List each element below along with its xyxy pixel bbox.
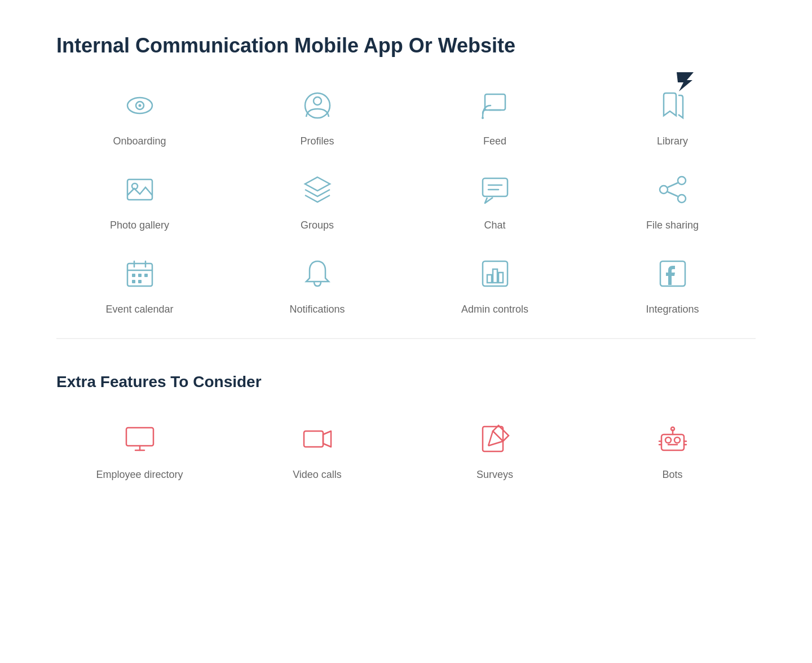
primary-features-grid: Onboarding Profiles Feed Library Photo g… bbox=[56, 86, 756, 315]
feature-label-notifications: Notifications bbox=[289, 304, 345, 315]
edit-icon bbox=[475, 419, 515, 459]
svg-point-40 bbox=[674, 437, 680, 443]
feature-label-chat: Chat bbox=[484, 219, 505, 231]
feature-label-file-sharing: File sharing bbox=[646, 219, 699, 231]
feature-item-groups: Groups bbox=[234, 170, 400, 231]
svg-rect-23 bbox=[144, 274, 148, 277]
section2-title: Extra Features To Consider bbox=[56, 373, 756, 391]
svg-point-4 bbox=[314, 97, 321, 105]
share-icon bbox=[653, 170, 692, 209]
svg-line-36 bbox=[488, 431, 493, 446]
feature-label-surveys: Surveys bbox=[476, 469, 513, 481]
chat-icon bbox=[475, 170, 515, 209]
brand-logo bbox=[671, 68, 699, 98]
svg-rect-29 bbox=[498, 273, 503, 283]
video-icon bbox=[298, 419, 337, 459]
feature-item-onboarding: Onboarding bbox=[56, 86, 223, 147]
facebook-icon bbox=[653, 254, 692, 293]
feature-item-integrations: Integrations bbox=[589, 254, 756, 315]
svg-rect-27 bbox=[487, 275, 492, 283]
bell-icon bbox=[298, 254, 337, 293]
bar-chart-icon bbox=[475, 254, 515, 293]
svg-point-14 bbox=[678, 195, 686, 203]
image-icon bbox=[120, 170, 160, 209]
svg-point-6 bbox=[482, 117, 484, 119]
svg-rect-34 bbox=[304, 431, 323, 447]
feature-label-groups: Groups bbox=[301, 219, 334, 231]
svg-line-37 bbox=[488, 441, 503, 446]
svg-rect-9 bbox=[483, 178, 508, 196]
svg-point-2 bbox=[138, 104, 141, 107]
feature-item-feed: Feed bbox=[412, 86, 578, 147]
feature-label-feed: Feed bbox=[483, 135, 506, 147]
svg-rect-28 bbox=[493, 269, 497, 283]
layers-icon bbox=[298, 170, 337, 209]
svg-point-13 bbox=[660, 186, 668, 194]
svg-rect-5 bbox=[485, 94, 505, 110]
svg-line-16 bbox=[668, 192, 678, 196]
svg-rect-38 bbox=[661, 434, 684, 450]
feature-item-file-sharing: File sharing bbox=[589, 170, 756, 231]
monitor-icon bbox=[120, 419, 160, 459]
svg-rect-25 bbox=[138, 280, 142, 283]
page-title: Internal Communication Mobile App Or Web… bbox=[56, 34, 756, 58]
svg-rect-31 bbox=[126, 428, 153, 446]
svg-point-12 bbox=[678, 177, 686, 185]
svg-rect-7 bbox=[127, 179, 152, 200]
feature-item-photo-gallery: Photo gallery bbox=[56, 170, 223, 231]
feature-label-library: Library bbox=[657, 135, 688, 147]
feature-item-admin-controls: Admin controls bbox=[412, 254, 578, 315]
svg-rect-22 bbox=[138, 274, 142, 277]
feature-label-bots: Bots bbox=[662, 469, 682, 481]
eye-icon bbox=[120, 86, 160, 125]
feature-label-employee-directory: Employee directory bbox=[96, 469, 183, 481]
calendar-icon bbox=[120, 254, 160, 293]
feature-item-video-calls: Video calls bbox=[234, 419, 400, 481]
svg-point-43 bbox=[671, 427, 674, 431]
feature-label-profiles: Profiles bbox=[300, 135, 334, 147]
feature-item-chat: Chat bbox=[412, 170, 578, 231]
extra-features-grid: Employee directory Video calls Surveys B… bbox=[56, 419, 756, 481]
feature-label-onboarding: Onboarding bbox=[113, 135, 166, 147]
feature-item-event-calendar: Event calendar bbox=[56, 254, 223, 315]
feature-label-video-calls: Video calls bbox=[293, 469, 342, 481]
feature-label-event-calendar: Event calendar bbox=[105, 304, 173, 315]
feature-label-photo-gallery: Photo gallery bbox=[110, 219, 169, 231]
svg-point-39 bbox=[665, 437, 671, 443]
feature-item-employee-directory: Employee directory bbox=[56, 419, 223, 481]
person-circle-icon bbox=[298, 86, 337, 125]
svg-line-15 bbox=[668, 183, 678, 187]
bot-icon bbox=[653, 419, 692, 459]
feature-item-notifications: Notifications bbox=[234, 254, 400, 315]
section-divider bbox=[56, 338, 756, 339]
svg-rect-21 bbox=[132, 274, 135, 277]
feature-label-admin-controls: Admin controls bbox=[461, 304, 528, 315]
feature-item-bots: Bots bbox=[589, 419, 756, 481]
svg-rect-24 bbox=[132, 280, 135, 283]
feature-item-surveys: Surveys bbox=[412, 419, 578, 481]
feature-item-profiles: Profiles bbox=[234, 86, 400, 147]
cast-icon bbox=[475, 86, 515, 125]
feature-label-integrations: Integrations bbox=[646, 304, 699, 315]
